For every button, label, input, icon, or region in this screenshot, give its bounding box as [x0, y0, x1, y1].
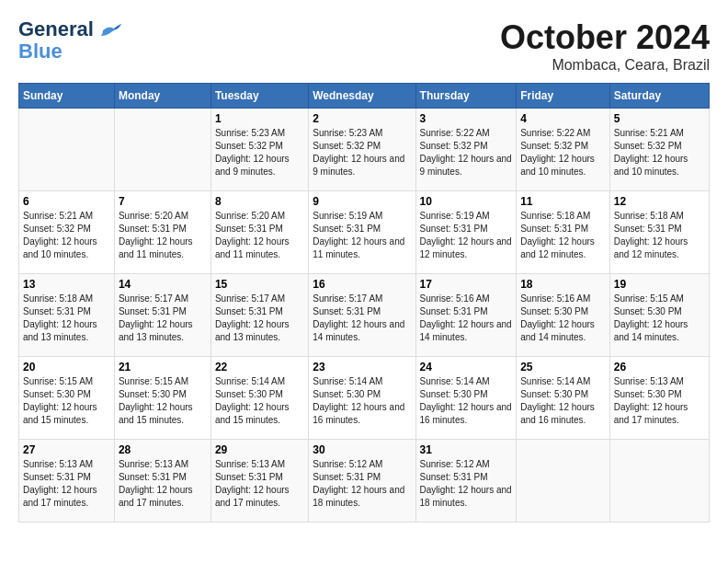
day-number: 29: [215, 443, 304, 456]
calendar-cell: 8Sunrise: 5:20 AMSunset: 5:31 PMDaylight…: [210, 191, 308, 274]
day-info: Sunrise: 5:15 AMSunset: 5:30 PMDaylight:…: [23, 375, 110, 427]
calendar-cell: 29Sunrise: 5:13 AMSunset: 5:31 PMDayligh…: [210, 440, 308, 523]
calendar-cell: 6Sunrise: 5:21 AMSunset: 5:32 PMDaylight…: [19, 191, 115, 274]
day-info: Sunrise: 5:12 AMSunset: 5:31 PMDaylight:…: [313, 458, 411, 510]
day-info: Sunrise: 5:20 AMSunset: 5:31 PMDaylight:…: [215, 210, 304, 261]
calendar-body: 1Sunrise: 5:23 AMSunset: 5:32 PMDaylight…: [19, 109, 710, 523]
day-number: 12: [614, 195, 705, 208]
day-info: Sunrise: 5:20 AMSunset: 5:31 PMDaylight:…: [119, 210, 207, 261]
day-number: 7: [119, 195, 207, 208]
day-number: 18: [520, 278, 606, 291]
day-number: 3: [420, 112, 513, 125]
day-number: 11: [520, 195, 606, 208]
day-number: 13: [23, 278, 110, 291]
day-info: Sunrise: 5:17 AMSunset: 5:31 PMDaylight:…: [119, 293, 207, 344]
day-info: Sunrise: 5:14 AMSunset: 5:30 PMDaylight:…: [520, 375, 606, 427]
calendar-cell: 21Sunrise: 5:15 AMSunset: 5:30 PMDayligh…: [114, 357, 210, 440]
header-saturday: Saturday: [609, 84, 709, 109]
calendar-week-1: 1Sunrise: 5:23 AMSunset: 5:32 PMDaylight…: [19, 109, 710, 191]
day-info: Sunrise: 5:22 AMSunset: 5:32 PMDaylight:…: [520, 127, 606, 178]
day-info: Sunrise: 5:23 AMSunset: 5:32 PMDaylight:…: [215, 127, 304, 178]
day-number: 19: [614, 278, 705, 291]
calendar-cell: 12Sunrise: 5:18 AMSunset: 5:31 PMDayligh…: [609, 191, 709, 274]
location: Mombaca, Ceara, Brazil: [500, 57, 710, 74]
calendar-cell: 24Sunrise: 5:14 AMSunset: 5:30 PMDayligh…: [415, 357, 517, 440]
calendar-week-2: 6Sunrise: 5:21 AMSunset: 5:32 PMDaylight…: [19, 191, 710, 274]
calendar-cell: 26Sunrise: 5:13 AMSunset: 5:30 PMDayligh…: [609, 357, 709, 440]
day-info: Sunrise: 5:18 AMSunset: 5:31 PMDaylight:…: [520, 210, 606, 261]
calendar-cell: 17Sunrise: 5:16 AMSunset: 5:31 PMDayligh…: [415, 274, 517, 357]
day-info: Sunrise: 5:19 AMSunset: 5:31 PMDaylight:…: [420, 210, 513, 261]
month-title: October 2024: [500, 18, 710, 57]
day-number: 24: [420, 361, 513, 373]
day-info: Sunrise: 5:17 AMSunset: 5:31 PMDaylight:…: [313, 293, 411, 344]
calendar-cell: 7Sunrise: 5:20 AMSunset: 5:31 PMDaylight…: [114, 191, 210, 274]
calendar-cell: 27Sunrise: 5:13 AMSunset: 5:31 PMDayligh…: [19, 440, 115, 523]
header-monday: Monday: [114, 84, 210, 109]
page-header: General Blue October 2024 Mombaca, Ceara…: [18, 18, 710, 74]
calendar-cell: [609, 440, 709, 523]
calendar-cell: 2Sunrise: 5:23 AMSunset: 5:32 PMDaylight…: [309, 109, 415, 191]
day-info: Sunrise: 5:19 AMSunset: 5:31 PMDaylight:…: [313, 210, 411, 261]
calendar-cell: 13Sunrise: 5:18 AMSunset: 5:31 PMDayligh…: [19, 274, 115, 357]
day-info: Sunrise: 5:13 AMSunset: 5:31 PMDaylight:…: [23, 458, 110, 510]
calendar-cell: 1Sunrise: 5:23 AMSunset: 5:32 PMDaylight…: [210, 109, 308, 191]
calendar-cell: 16Sunrise: 5:17 AMSunset: 5:31 PMDayligh…: [309, 274, 415, 357]
day-info: Sunrise: 5:21 AMSunset: 5:32 PMDaylight:…: [23, 210, 110, 261]
day-number: 5: [614, 112, 705, 125]
calendar-cell: 30Sunrise: 5:12 AMSunset: 5:31 PMDayligh…: [309, 440, 415, 523]
day-number: 2: [313, 112, 411, 125]
calendar-cell: 5Sunrise: 5:21 AMSunset: 5:32 PMDaylight…: [609, 109, 709, 191]
day-info: Sunrise: 5:21 AMSunset: 5:32 PMDaylight:…: [614, 127, 705, 178]
day-number: 4: [520, 112, 606, 125]
day-number: 26: [614, 361, 705, 373]
calendar-cell: 18Sunrise: 5:16 AMSunset: 5:30 PMDayligh…: [517, 274, 610, 357]
day-number: 20: [23, 361, 110, 373]
day-info: Sunrise: 5:14 AMSunset: 5:30 PMDaylight:…: [215, 375, 304, 427]
header-sunday: Sunday: [19, 84, 115, 109]
day-info: Sunrise: 5:22 AMSunset: 5:32 PMDaylight:…: [420, 127, 513, 178]
day-info: Sunrise: 5:15 AMSunset: 5:30 PMDaylight:…: [614, 293, 705, 344]
day-info: Sunrise: 5:16 AMSunset: 5:30 PMDaylight:…: [520, 293, 606, 344]
calendar-week-5: 27Sunrise: 5:13 AMSunset: 5:31 PMDayligh…: [19, 440, 710, 523]
calendar-cell: 11Sunrise: 5:18 AMSunset: 5:31 PMDayligh…: [517, 191, 610, 274]
header-thursday: Thursday: [415, 84, 517, 109]
header-row: SundayMondayTuesdayWednesdayThursdayFrid…: [19, 84, 710, 109]
day-info: Sunrise: 5:16 AMSunset: 5:31 PMDaylight:…: [420, 293, 513, 344]
calendar-cell: 23Sunrise: 5:14 AMSunset: 5:30 PMDayligh…: [309, 357, 415, 440]
day-info: Sunrise: 5:18 AMSunset: 5:31 PMDaylight:…: [23, 293, 110, 344]
day-number: 23: [313, 361, 411, 373]
day-number: 27: [23, 443, 110, 456]
day-info: Sunrise: 5:14 AMSunset: 5:30 PMDaylight:…: [313, 375, 411, 427]
bird-icon: [101, 23, 121, 38]
day-number: 8: [215, 195, 304, 208]
day-number: 9: [313, 195, 411, 208]
day-number: 21: [119, 361, 207, 373]
day-number: 22: [215, 361, 304, 373]
day-number: 15: [215, 278, 304, 291]
calendar-week-4: 20Sunrise: 5:15 AMSunset: 5:30 PMDayligh…: [19, 357, 710, 440]
day-number: 16: [313, 278, 411, 291]
calendar-week-3: 13Sunrise: 5:18 AMSunset: 5:31 PMDayligh…: [19, 274, 710, 357]
day-info: Sunrise: 5:13 AMSunset: 5:31 PMDaylight:…: [215, 458, 304, 510]
calendar-cell: [19, 109, 115, 191]
logo-text: General: [18, 18, 121, 40]
day-number: 30: [313, 443, 411, 456]
header-tuesday: Tuesday: [210, 84, 308, 109]
calendar-cell: 3Sunrise: 5:22 AMSunset: 5:32 PMDaylight…: [415, 109, 517, 191]
day-info: Sunrise: 5:18 AMSunset: 5:31 PMDaylight:…: [614, 210, 705, 261]
day-info: Sunrise: 5:23 AMSunset: 5:32 PMDaylight:…: [313, 127, 411, 178]
day-info: Sunrise: 5:12 AMSunset: 5:31 PMDaylight:…: [420, 458, 513, 510]
calendar-cell: 10Sunrise: 5:19 AMSunset: 5:31 PMDayligh…: [415, 191, 517, 274]
calendar-cell: 20Sunrise: 5:15 AMSunset: 5:30 PMDayligh…: [19, 357, 115, 440]
calendar-cell: 9Sunrise: 5:19 AMSunset: 5:31 PMDaylight…: [309, 191, 415, 274]
day-number: 1: [215, 112, 304, 125]
header-wednesday: Wednesday: [309, 84, 415, 109]
calendar-cell: 22Sunrise: 5:14 AMSunset: 5:30 PMDayligh…: [210, 357, 308, 440]
calendar-cell: [114, 109, 210, 191]
day-info: Sunrise: 5:17 AMSunset: 5:31 PMDaylight:…: [215, 293, 304, 344]
calendar-table: SundayMondayTuesdayWednesdayThursdayFrid…: [18, 83, 710, 523]
logo: General Blue: [18, 18, 121, 63]
calendar-cell: 14Sunrise: 5:17 AMSunset: 5:31 PMDayligh…: [114, 274, 210, 357]
calendar-header: SundayMondayTuesdayWednesdayThursdayFrid…: [19, 84, 710, 109]
